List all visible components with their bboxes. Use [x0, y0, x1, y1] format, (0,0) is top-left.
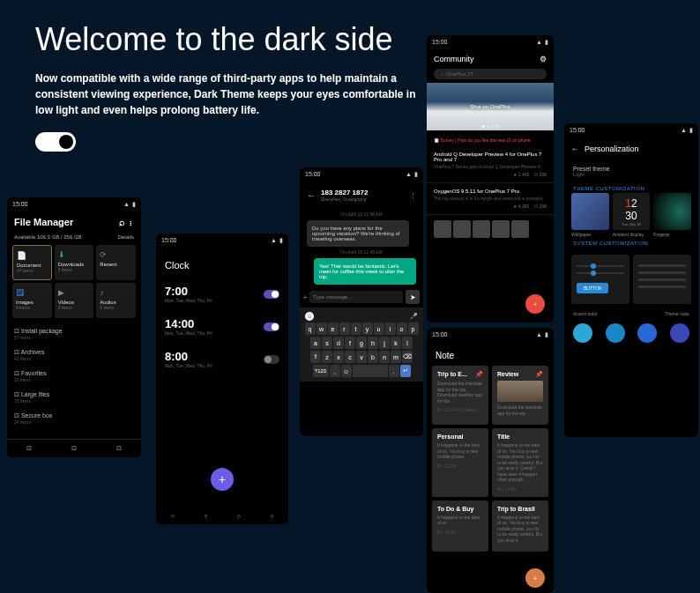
key[interactable]: o [397, 322, 407, 335]
new-note-fab[interactable]: + [525, 568, 545, 588]
fm-row[interactable]: ⊡ Secure box24 items [14, 408, 134, 429]
status-time: 15:00 [432, 331, 448, 338]
theme-section-label: THEME CUSTOMIZATION [564, 182, 698, 193]
fm-tile-images[interactable]: 🖼Images4 items [12, 283, 52, 318]
details-link[interactable]: Details [118, 234, 134, 240]
key[interactable]: a [310, 337, 321, 349]
settings-icon[interactable]: ⚙ [540, 55, 547, 63]
alarm-switch[interactable] [264, 355, 279, 364]
key[interactable]: f [345, 337, 355, 349]
theme-color-preview[interactable] [633, 255, 691, 304]
key[interactable]: n [379, 351, 390, 363]
add-alarm-fab[interactable]: + [211, 468, 234, 491]
key[interactable]: h [368, 337, 378, 349]
key[interactable]: p [408, 322, 419, 335]
wallpaper-tile[interactable] [571, 193, 609, 230]
key[interactable]: d [333, 337, 344, 349]
key[interactable]: y [362, 322, 373, 335]
survey-banner[interactable]: 📋 Survey | How do you like the new UI on… [427, 134, 554, 146]
key[interactable]: e [328, 322, 339, 335]
clock-tab[interactable]: ○ [171, 513, 175, 519]
key[interactable]: ⌫ [402, 351, 413, 363]
search-icon[interactable]: ⌕ [119, 217, 125, 227]
note-card[interactable]: To Do & BuyIt happens to the best of us.… [432, 500, 488, 552]
fm-tile-videos[interactable]: ▶Videos0 items [55, 283, 94, 318]
key[interactable]: v [356, 351, 367, 363]
clock-title: Clock [156, 248, 288, 278]
key[interactable]: ?123 [313, 365, 329, 377]
note-card[interactable]: PersonalIt happens to the best of us. Yo… [432, 428, 488, 497]
key[interactable]: k [391, 337, 401, 349]
accent-preview[interactable]: BUTTON [571, 255, 629, 304]
fm-tile-audios[interactable]: ♪Audios0 items [96, 283, 136, 318]
key[interactable]: z [322, 351, 332, 363]
alarm-switch[interactable] [264, 290, 279, 299]
key[interactable]: g [356, 337, 367, 349]
new-post-fab[interactable]: + [525, 294, 545, 314]
fm-row[interactable]: ⊡ Install package57 items [14, 323, 134, 345]
back-icon[interactable]: ← [571, 145, 579, 153]
key[interactable]: b [368, 351, 378, 363]
more-icon[interactable]: ⋮ [128, 217, 134, 227]
key[interactable]: x [333, 351, 344, 363]
key[interactable]: ⇧ [310, 351, 321, 363]
clock-tab[interactable]: ○ [270, 513, 273, 519]
mic-icon[interactable]: 🎤 [410, 313, 418, 320]
message-input[interactable] [309, 291, 403, 303]
clock-tab[interactable]: ○ [204, 513, 207, 519]
ambient-display-tile[interactable]: 1230 Tue, Nov 26 [613, 193, 651, 230]
status-icons: ▲▮ [121, 201, 136, 208]
search-input[interactable]: ⌕ OnePlus 7T [434, 69, 547, 79]
fm-tab[interactable]: ⊡ [26, 445, 32, 452]
attach-icon[interactable]: + [303, 294, 307, 300]
key[interactable]: ☺ [341, 365, 352, 377]
key[interactable]: w [316, 322, 327, 335]
fm-tile-recent[interactable]: ⟳Recent [96, 245, 136, 280]
color-swatch[interactable] [670, 323, 689, 343]
fingerprint-tile[interactable] [653, 193, 691, 230]
clock-tab[interactable]: ○ [237, 513, 241, 519]
note-card[interactable]: Trip to E...📌Download the translate app … [432, 366, 488, 425]
preset-theme-row[interactable]: Preset theme Light [564, 160, 698, 182]
color-swatch[interactable] [637, 323, 657, 343]
alarm-row[interactable]: 8:00Mon, Tue, Wed, Thu, Fri [156, 343, 288, 375]
key[interactable]: ↵ [400, 365, 411, 377]
alarm-row[interactable]: 14:00Mon, Tue, Wed, Thu, Fri [156, 310, 288, 343]
key[interactable]: i [385, 322, 396, 335]
key[interactable]: r [339, 322, 350, 335]
note-card[interactable]: TitleIt happens to the best of us. You b… [492, 428, 548, 497]
alarm-switch[interactable] [264, 322, 279, 331]
note-card[interactable]: Trip to BrasilIt happens to the best of … [492, 500, 548, 552]
fm-row[interactable]: ⊡ Favorites10 items [14, 366, 134, 387]
more-icon[interactable]: ⋮ [410, 192, 416, 199]
key[interactable]: m [391, 351, 401, 363]
key[interactable]: j [379, 337, 390, 349]
fm-tab[interactable]: ⊡ [71, 445, 77, 452]
key[interactable]: l [402, 337, 413, 349]
fm-row[interactable]: ⊡ Large files76 items [14, 387, 134, 408]
post[interactable]: Android Q Developer Preview 4 for OnePlu… [427, 146, 554, 183]
storage-text: Available 106.3 GB / 256 GB [14, 234, 82, 240]
alarm-row[interactable]: 7:00Mon, Tue, Wed, Thu, Fri [156, 278, 288, 310]
send-button[interactable]: ➤ [406, 290, 420, 304]
color-swatch[interactable] [606, 323, 625, 343]
key[interactable]: . [389, 365, 399, 377]
fm-tab[interactable]: ⊡ [116, 445, 122, 452]
banner-image[interactable]: Shot on OnePlus [427, 83, 554, 130]
fm-row[interactable]: ⊡ Archives42 items [14, 345, 134, 366]
color-swatch[interactable] [573, 323, 592, 343]
key[interactable] [353, 365, 388, 377]
key[interactable]: t [351, 322, 361, 335]
fm-tile-downloads[interactable]: ⬇Downloads3 items [55, 245, 94, 280]
post[interactable]: OxygenOS 9.5.11 for OnePlus 7 ProThe big… [427, 183, 554, 215]
status-time: 15:00 [570, 127, 585, 134]
note-card[interactable]: Review📌Download the translate app for th… [492, 366, 548, 425]
key[interactable]: s [322, 337, 332, 349]
fm-tile-document[interactable]: 📄Document47 items [12, 245, 52, 280]
back-icon[interactable]: ← [307, 190, 316, 200]
key[interactable]: , [330, 365, 340, 377]
key[interactable]: c [345, 351, 355, 363]
key[interactable]: q [305, 322, 316, 335]
key[interactable]: u [374, 322, 384, 335]
keyboard: G🎤 qwertyuiop asdfghjkl ⇧zxcvbnm⌫ ?123,☺… [300, 308, 423, 382]
